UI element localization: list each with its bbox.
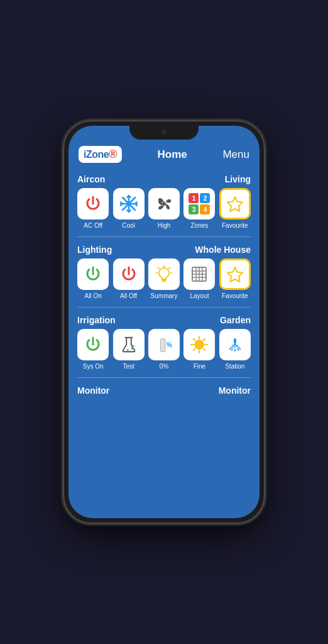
svg-point-30 bbox=[131, 347, 133, 350]
svg-point-35 bbox=[195, 340, 204, 349]
star-outline-lighting-icon bbox=[226, 265, 244, 284]
layout-item: Layout bbox=[183, 258, 215, 299]
svg-line-40 bbox=[194, 339, 195, 341]
lighting-label: Lighting bbox=[77, 245, 112, 255]
irrigation-section: Irrigation Garden Sys On bbox=[68, 310, 260, 372]
grid-icon bbox=[189, 264, 209, 284]
monitor-label-2: Monitor bbox=[219, 386, 251, 396]
monitor-label-1: Monitor bbox=[77, 386, 109, 396]
zones-grid: 1 2 3 4 bbox=[189, 193, 210, 214]
bulb-icon bbox=[154, 264, 174, 284]
svg-line-42 bbox=[204, 339, 205, 341]
high-button[interactable] bbox=[148, 188, 180, 219]
ac-off-button[interactable] bbox=[77, 188, 109, 219]
favourite-lighting-item: Favourite bbox=[219, 258, 251, 299]
favourite-lighting-button[interactable] bbox=[219, 258, 251, 290]
all-on-button[interactable] bbox=[77, 258, 109, 290]
irrigation-sublabel: Garden bbox=[220, 315, 251, 325]
svg-rect-44 bbox=[234, 338, 236, 343]
svg-point-50 bbox=[229, 348, 231, 350]
fan-icon bbox=[154, 194, 174, 214]
svg-point-12 bbox=[162, 202, 166, 206]
power-green-icon bbox=[84, 265, 102, 284]
irrigation-icons: Sys On Test bbox=[77, 329, 251, 370]
svg-line-43 bbox=[194, 349, 195, 351]
layout-label: Layout bbox=[190, 292, 209, 299]
favourite-lighting-label: Favourite bbox=[222, 292, 248, 299]
fine-item: Fine bbox=[183, 329, 215, 370]
svg-point-54 bbox=[239, 348, 241, 350]
sys-on-button[interactable] bbox=[77, 329, 109, 360]
favourite-aircon-item: Favourite bbox=[219, 188, 251, 229]
aircon-section: Aircon Living AC Off bbox=[68, 169, 260, 231]
power-red-icon bbox=[84, 194, 102, 213]
test-label: Test bbox=[123, 363, 134, 370]
station-icon bbox=[225, 335, 245, 355]
sun-icon bbox=[189, 335, 209, 355]
all-on-item: All On bbox=[77, 258, 109, 299]
ac-off-label: AC Off bbox=[84, 222, 102, 229]
divider-1 bbox=[77, 236, 251, 237]
svg-point-52 bbox=[234, 350, 236, 351]
lighting-sublabel: Whole House bbox=[195, 245, 251, 255]
svg-text:%: % bbox=[167, 341, 172, 348]
divider-3 bbox=[77, 377, 251, 378]
summary-item: Summary bbox=[148, 258, 180, 299]
test-item: Test bbox=[112, 329, 144, 370]
power-green-sys-icon bbox=[84, 335, 102, 354]
high-label: High bbox=[158, 222, 171, 229]
summary-button[interactable] bbox=[148, 258, 180, 290]
star-outline-icon bbox=[226, 194, 244, 213]
all-off-item: All Off bbox=[112, 258, 144, 299]
svg-rect-32 bbox=[160, 339, 165, 352]
favourite-aircon-label: Favourite bbox=[222, 222, 248, 229]
ac-off-item: AC Off bbox=[77, 188, 109, 229]
sys-on-label: Sys On bbox=[83, 363, 104, 370]
percent-icon: % bbox=[155, 335, 173, 354]
zones-item: 1 2 3 4 Zones bbox=[183, 188, 215, 229]
lighting-icons: All On All Off bbox=[77, 258, 251, 299]
power-red-off-icon bbox=[119, 265, 138, 284]
notch bbox=[129, 126, 199, 140]
screen-content: iZone® Home Menu Aircon Living bbox=[68, 126, 260, 518]
svg-marker-13 bbox=[227, 197, 243, 211]
zones-button[interactable]: 1 2 3 4 bbox=[183, 188, 215, 219]
irrigation-label: Irrigation bbox=[77, 315, 116, 325]
summary-label: Summary bbox=[151, 292, 178, 299]
svg-line-17 bbox=[158, 267, 160, 269]
zones-label: Zones bbox=[191, 222, 209, 229]
snowflake-icon bbox=[119, 194, 139, 214]
cool-label: Cool bbox=[122, 222, 135, 229]
station-label: Station bbox=[225, 363, 244, 370]
svg-point-51 bbox=[231, 349, 232, 350]
header: iZone® Home Menu bbox=[68, 141, 260, 169]
favourite-aircon-button[interactable] bbox=[219, 188, 251, 219]
cool-button[interactable] bbox=[113, 188, 145, 219]
phone-frame: iZone® Home Menu Aircon Living bbox=[63, 121, 265, 523]
aircon-label: Aircon bbox=[77, 174, 105, 184]
svg-line-41 bbox=[204, 349, 205, 351]
cool-item: Cool bbox=[112, 188, 144, 229]
irrigation-header: Irrigation Garden bbox=[77, 310, 251, 329]
divider-2 bbox=[77, 307, 251, 308]
all-off-label: All Off bbox=[120, 292, 137, 299]
menu-button[interactable]: Menu bbox=[222, 148, 249, 161]
sys-on-item: Sys On bbox=[77, 329, 109, 370]
svg-marker-28 bbox=[227, 267, 243, 282]
station-item: Station bbox=[219, 329, 251, 370]
fine-button[interactable] bbox=[183, 329, 215, 360]
layout-button[interactable] bbox=[183, 258, 215, 290]
aircon-header: Aircon Living bbox=[77, 169, 251, 188]
test-button[interactable] bbox=[113, 329, 145, 360]
percent-item: % 0% bbox=[148, 329, 180, 370]
station-button[interactable] bbox=[219, 329, 251, 360]
svg-point-53 bbox=[238, 349, 239, 350]
monitor-header: Monitor Monitor bbox=[77, 380, 251, 399]
svg-point-31 bbox=[126, 349, 128, 351]
flask-icon bbox=[119, 335, 138, 354]
monitor-section: Monitor Monitor bbox=[68, 380, 260, 399]
high-item: High bbox=[148, 188, 180, 229]
percent-button[interactable]: % bbox=[148, 329, 180, 360]
all-off-button[interactable] bbox=[113, 258, 145, 290]
lighting-section: Lighting Whole House All On bbox=[68, 240, 260, 302]
